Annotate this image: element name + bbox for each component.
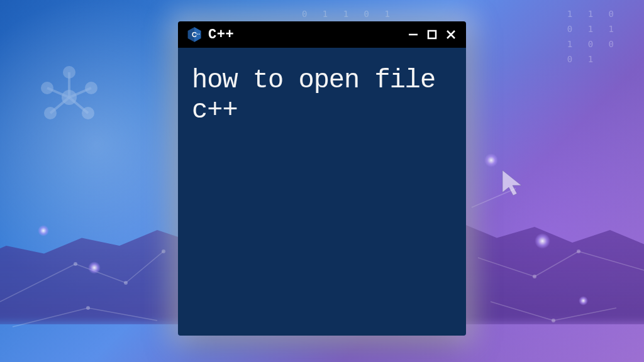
window-titlebar[interactable]: C + + C++ bbox=[178, 21, 466, 48]
svg-line-26 bbox=[69, 97, 88, 113]
svg-point-11 bbox=[74, 262, 77, 266]
content-text: how to open file c++ bbox=[192, 65, 452, 126]
terminal-window: C + + C++ how to open file c++ bbox=[178, 21, 466, 336]
cpp-logo-icon: C + + bbox=[186, 26, 203, 43]
decorative-glow-dot bbox=[535, 233, 550, 249]
decorative-glow-dot bbox=[88, 261, 101, 274]
svg-line-9 bbox=[553, 308, 616, 321]
svg-line-2 bbox=[126, 251, 164, 283]
svg-line-0 bbox=[0, 264, 75, 302]
close-button[interactable] bbox=[443, 27, 458, 42]
decorative-glow-dot bbox=[579, 296, 588, 305]
decorative-glow-dot bbox=[38, 225, 49, 236]
maximize-button[interactable] bbox=[425, 27, 440, 42]
svg-text:C: C bbox=[192, 31, 197, 38]
svg-rect-35 bbox=[428, 31, 436, 38]
svg-line-4 bbox=[88, 308, 157, 321]
svg-point-15 bbox=[533, 275, 536, 278]
svg-line-5 bbox=[478, 258, 535, 277]
svg-line-3 bbox=[13, 308, 88, 327]
svg-line-6 bbox=[535, 251, 579, 277]
minimize-button[interactable] bbox=[406, 27, 421, 42]
decorative-glow-dot bbox=[484, 153, 498, 167]
decorative-cursor-icon bbox=[499, 167, 525, 199]
svg-line-27 bbox=[50, 97, 69, 113]
svg-point-17 bbox=[552, 319, 555, 322]
window-controls-group bbox=[406, 27, 458, 42]
decorative-molecule-icon bbox=[31, 60, 107, 135]
svg-point-13 bbox=[162, 250, 165, 253]
svg-point-16 bbox=[577, 250, 580, 253]
svg-point-14 bbox=[86, 306, 90, 310]
svg-line-7 bbox=[579, 251, 644, 270]
window-title: C++ bbox=[208, 27, 406, 43]
svg-point-12 bbox=[124, 281, 128, 285]
svg-line-1 bbox=[75, 264, 126, 283]
terminal-content-area[interactable]: how to open file c++ bbox=[178, 48, 466, 336]
svg-line-8 bbox=[491, 302, 553, 321]
